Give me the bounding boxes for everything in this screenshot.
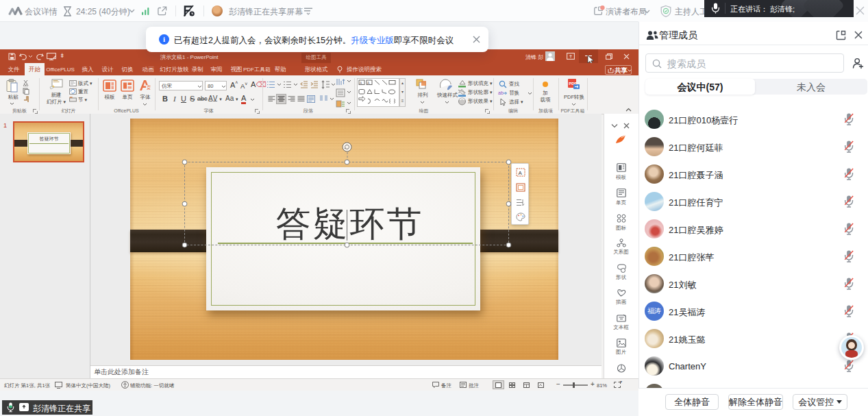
svg-text:A: A (518, 170, 522, 176)
svg-text:ab: ab (498, 90, 504, 95)
svg-text:A: A (360, 81, 362, 85)
svg-text:A: A (367, 81, 370, 85)
